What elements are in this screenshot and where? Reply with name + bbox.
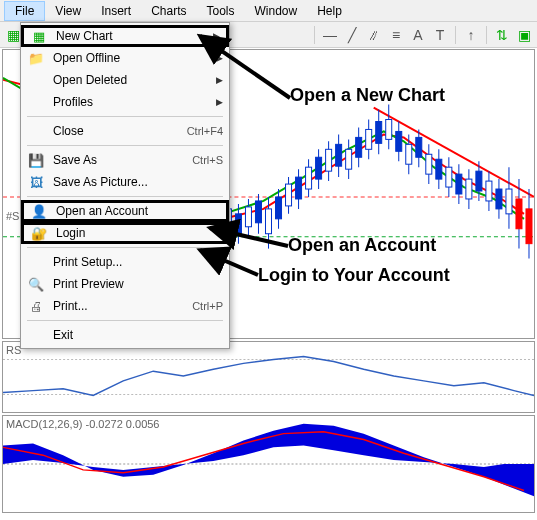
svg-rect-8 (245, 207, 251, 227)
menu-item-print[interactable]: 🖨 Print... Ctrl+P (21, 295, 229, 317)
menu-item-label: Print Preview (53, 277, 223, 291)
rsi-panel[interactable]: RS (2, 341, 535, 413)
menu-item-label: New Chart (56, 29, 213, 43)
trendline-tool-icon[interactable]: ╱ (343, 26, 361, 44)
separator (314, 26, 315, 44)
menu-tools[interactable]: Tools (197, 2, 245, 20)
svg-rect-64 (526, 209, 532, 244)
shortcut-label: Ctrl+S (192, 154, 223, 166)
chart-icon: ▦ (30, 28, 48, 44)
svg-rect-38 (396, 131, 402, 151)
svg-rect-16 (286, 184, 292, 206)
rsi-svg (3, 342, 534, 412)
svg-rect-50 (456, 174, 462, 194)
svg-rect-42 (416, 137, 422, 157)
menu-item-new-chart[interactable]: ▦ New Chart ▶ (21, 25, 229, 47)
indicator-tool-icon[interactable]: ⇅ (493, 26, 511, 44)
svg-rect-30 (356, 137, 362, 157)
separator (27, 116, 223, 117)
submenu-arrow-icon: ▶ (216, 75, 223, 85)
macd-label: MACD(12,26,9) -0.0272 0.0056 (6, 418, 159, 430)
menu-item-label: Save As (53, 153, 182, 167)
svg-rect-58 (496, 189, 502, 209)
rsi-label: RS (6, 344, 21, 356)
svg-rect-32 (366, 129, 372, 149)
svg-rect-40 (406, 144, 412, 164)
text-tool-icon[interactable]: A (409, 26, 427, 44)
blank-icon (27, 72, 45, 88)
svg-rect-54 (476, 171, 482, 191)
menu-item-save-as[interactable]: 💾 Save As Ctrl+S (21, 149, 229, 171)
svg-rect-26 (336, 144, 342, 166)
menu-file[interactable]: File (4, 1, 45, 21)
separator (455, 26, 456, 44)
menu-item-label: Open an Account (56, 204, 220, 218)
menubar: File View Insert Charts Tools Window Hel… (0, 0, 537, 22)
menu-item-label: Open Offline (53, 51, 216, 65)
menu-item-label: Exit (53, 328, 223, 342)
menu-item-close[interactable]: Close Ctrl+F4 (21, 120, 229, 142)
menu-item-label: Login (56, 226, 220, 240)
menu-item-label: Open Deleted (53, 73, 216, 87)
blank-icon (27, 254, 45, 270)
separator (27, 320, 223, 321)
separator (27, 145, 223, 146)
fibonacci-tool-icon[interactable]: ≡ (387, 26, 405, 44)
svg-rect-60 (506, 189, 512, 214)
submenu-arrow-icon: ▶ (216, 97, 223, 107)
annotation-login: Login to Your Account (258, 265, 450, 286)
svg-rect-48 (446, 167, 452, 187)
printer-icon: 🖨 (27, 298, 45, 314)
svg-rect-6 (235, 214, 241, 234)
svg-rect-62 (516, 199, 522, 229)
blank-icon (27, 123, 45, 139)
menu-item-label: Print... (53, 299, 182, 313)
picture-icon: 🖼 (27, 174, 45, 190)
user-plus-icon: 👤 (30, 203, 48, 219)
svg-rect-14 (276, 197, 282, 219)
preview-icon: 🔍 (27, 276, 45, 292)
svg-rect-36 (386, 120, 392, 140)
symbol-label: #S (6, 210, 19, 222)
annotation-new-chart: Open a New Chart (290, 85, 445, 106)
svg-rect-56 (486, 181, 492, 201)
macd-svg (3, 416, 534, 512)
file-menu-dropdown: ▦ New Chart ▶ 📁 Open Offline ▶ Open Dele… (20, 22, 230, 349)
label-tool-icon[interactable]: T (431, 26, 449, 44)
disk-icon: 💾 (27, 152, 45, 168)
menu-insert[interactable]: Insert (91, 2, 141, 20)
menu-charts[interactable]: Charts (141, 2, 196, 20)
menu-item-label: Profiles (53, 95, 216, 109)
menu-window[interactable]: Window (245, 2, 308, 20)
menu-item-exit[interactable]: Exit (21, 324, 229, 346)
user-lock-icon: 🔐 (30, 225, 48, 241)
menu-item-open-offline[interactable]: 📁 Open Offline ▶ (21, 47, 229, 69)
blank-icon (27, 327, 45, 343)
blank-icon (27, 94, 45, 110)
macd-panel[interactable]: MACD(12,26,9) -0.0272 0.0056 (2, 415, 535, 513)
menu-item-print-preview[interactable]: 🔍 Print Preview (21, 273, 229, 295)
line-tool-icon[interactable]: — (321, 26, 339, 44)
channel-tool-icon[interactable]: ⫽ (365, 26, 383, 44)
template-tool-icon[interactable]: ▣ (515, 26, 533, 44)
menu-item-label: Close (53, 124, 177, 138)
menu-help[interactable]: Help (307, 2, 352, 20)
submenu-arrow-icon: ▶ (216, 53, 223, 63)
menu-view[interactable]: View (45, 2, 91, 20)
menu-item-profiles[interactable]: Profiles ▶ (21, 91, 229, 113)
menu-item-open-deleted[interactable]: Open Deleted ▶ (21, 69, 229, 91)
arrow-tool-icon[interactable]: ↑ (462, 26, 480, 44)
svg-rect-28 (346, 149, 352, 169)
menu-item-open-account[interactable]: 👤 Open an Account (21, 200, 229, 222)
menu-item-save-as-picture[interactable]: 🖼 Save As Picture... (21, 171, 229, 193)
menu-item-label: Save As Picture... (53, 175, 223, 189)
menu-item-login[interactable]: 🔐 Login (21, 222, 229, 244)
svg-rect-20 (306, 167, 312, 189)
svg-rect-12 (265, 209, 271, 234)
menu-item-print-setup[interactable]: Print Setup... (21, 251, 229, 273)
svg-rect-46 (436, 159, 442, 179)
svg-rect-10 (255, 201, 261, 223)
shortcut-label: Ctrl+F4 (187, 125, 223, 137)
annotation-open-account: Open an Account (288, 235, 436, 256)
submenu-arrow-icon: ▶ (213, 31, 220, 41)
